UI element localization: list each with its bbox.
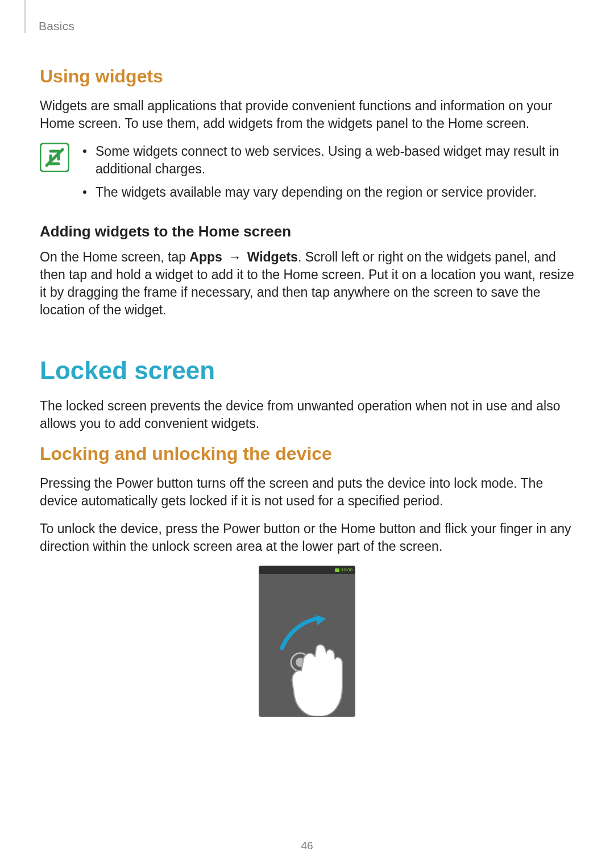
page-number: 46 <box>0 840 614 852</box>
paragraph-locking-p1: Pressing the Power button turns off the … <box>40 475 574 510</box>
device-screenshot: 10:00 <box>259 566 355 717</box>
paragraph-locking-p2: To unlock the device, press the Power bu… <box>40 520 574 555</box>
note-item: Some widgets connect to web services. Us… <box>83 143 574 178</box>
status-clock: 10:00 <box>341 568 352 572</box>
note-item: The widgets available may vary depending… <box>83 184 574 201</box>
status-bar: 10:00 <box>259 566 355 574</box>
bold-widgets: Widgets <box>247 250 298 264</box>
paragraph-locked-intro: The locked screen prevents the device fr… <box>40 397 574 433</box>
text-fragment: On the Home screen, tap <box>40 250 189 264</box>
note-list: Some widgets connect to web services. Us… <box>83 143 574 207</box>
note-icon <box>40 143 69 172</box>
battery-icon <box>335 568 339 572</box>
heading-using-widgets: Using widgets <box>40 66 574 87</box>
heading-locked-screen: Locked screen <box>40 356 574 385</box>
heading-adding-widgets: Adding widgets to the Home screen <box>40 223 574 240</box>
paragraph-adding-widgets: On the Home screen, tap Apps → Widgets. … <box>40 248 574 319</box>
unlock-gesture-illustration <box>259 574 355 716</box>
paragraph-widgets-intro: Widgets are small applications that prov… <box>40 97 574 132</box>
figure-unlock-gesture: 10:00 <box>40 566 574 717</box>
breadcrumb: Basics <box>39 19 74 33</box>
bold-apps: Apps <box>189 250 222 264</box>
arrow-icon: → <box>226 250 243 264</box>
svg-marker-1 <box>316 615 326 625</box>
heading-locking-unlocking: Locking and unlocking the device <box>40 443 574 464</box>
header-divider <box>24 0 26 33</box>
note-block: Some widgets connect to web services. Us… <box>40 143 574 207</box>
